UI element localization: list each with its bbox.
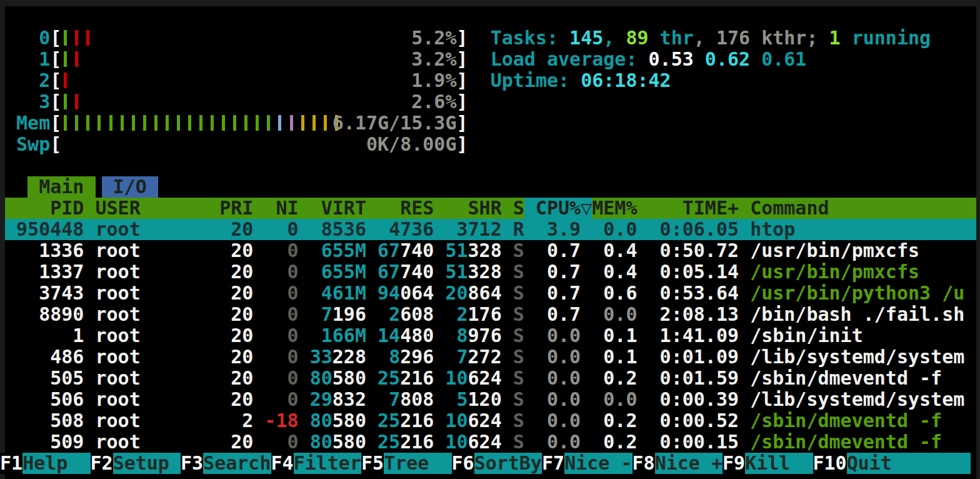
process-row[interactable]: 486 root 20 0 33228 8296 7272 S 0.0 0.1 … [5, 346, 976, 368]
process-row[interactable]: 8890 root 20 0 7196 2608 2176 S 0.7 0.0 … [5, 304, 976, 325]
process-row[interactable]: 508 root 2 -18 80580 25216 10624 S 0.0 0… [5, 410, 976, 431]
cell-time: 0:01.59 [649, 368, 739, 389]
gap [739, 283, 750, 304]
process-row[interactable]: 3743 root 20 0 461M 94064 20864 S 0.7 0.… [5, 283, 976, 304]
cell-shr-digits: 328 [468, 240, 502, 261]
cell-cpu-percent: 0.0 [536, 346, 581, 368]
mem-meter-tick-green [98, 115, 101, 131]
fkey-f3-search[interactable]: F3Search [181, 453, 271, 474]
column-header-res[interactable]: RES [378, 198, 434, 219]
cell-pid: 486 [5, 346, 84, 368]
fkey-f9-kill[interactable]: F9Kill [722, 453, 813, 474]
gap [524, 431, 536, 453]
gap [638, 410, 649, 431]
cell-virt-digits: 7 [321, 304, 332, 325]
cell-res-digits: 25 [378, 431, 400, 453]
fkey-f8-nice[interactable]: F8Nice + [632, 453, 723, 474]
gap [366, 346, 378, 368]
cell-state: S [513, 325, 524, 346]
fkey-action-label: Nice - [564, 453, 632, 474]
cell-command: /usr/bin/pmxcfs [750, 240, 919, 261]
column-header-pri[interactable]: PRI [219, 198, 253, 219]
cell-mem-percent: 0.0 [592, 304, 637, 325]
process-row[interactable]: 1336 root 20 0 655M 67740 51328 S 0.7 0.… [5, 240, 976, 261]
fkey-f10-quit[interactable]: F10Quit [813, 453, 971, 474]
fkey-f1-help[interactable]: F1Help [0, 453, 91, 474]
gap [581, 325, 592, 346]
cpu2-meter-row: 2[1.9%]Uptime: 06:18:42 [5, 70, 976, 91]
fkey-action-label: Filter [294, 453, 361, 474]
cell-command: /bin/bash ./fail.sh [750, 304, 964, 325]
cell-virt: 655M [310, 240, 366, 261]
uptime: Uptime: 06:18:42 [491, 70, 671, 91]
cpu0-meter-value: 5.2% [411, 28, 456, 49]
cell-ni: 0 [264, 368, 298, 389]
column-header-s[interactable]: S [513, 198, 524, 219]
cell-res-digits: 608 [400, 304, 434, 325]
cell-pid: 3743 [5, 283, 84, 304]
gap [299, 431, 310, 453]
gap [638, 431, 649, 453]
gap [84, 240, 95, 261]
process-row[interactable]: 505 root 20 0 80580 25216 10624 S 0.0 0.… [5, 368, 976, 389]
gap [434, 368, 445, 389]
gap [502, 431, 513, 453]
column-header-user[interactable]: USER [96, 198, 209, 219]
cpu2-meter-label: 2 [5, 70, 50, 91]
column-header-pid[interactable]: PID [5, 198, 84, 219]
gap [208, 410, 219, 431]
gap [208, 240, 219, 261]
fkey-f7-nice[interactable]: F7Nice - [542, 453, 632, 474]
cpu2-meter-value: 1.9% [411, 70, 456, 91]
gap [84, 219, 95, 240]
gap [502, 389, 513, 410]
gap [434, 240, 445, 261]
gap [739, 368, 750, 389]
process-row[interactable]: 1 root 20 0 166M 14480 8976 S 0.0 0.1 1:… [5, 325, 976, 346]
cell-state: S [513, 304, 524, 325]
gap [208, 389, 219, 410]
cell-shr-digits: 10 [445, 431, 468, 453]
gap [524, 346, 536, 368]
column-header-virt[interactable]: VIRT [310, 198, 366, 219]
column-header-command[interactable]: Command [750, 198, 829, 219]
mem-meter-tick-yellow [324, 115, 327, 131]
cell-pri: 20 [219, 240, 253, 261]
gap [502, 261, 513, 283]
process-row[interactable]: 950448 root 20 0 8536 4736 3712 R 3.9 0.… [5, 219, 976, 240]
cell-res-digits: 480 [400, 325, 434, 346]
column-header-mem[interactable]: MEM% [592, 198, 637, 219]
column-header-ni[interactable]: NI [264, 198, 298, 219]
process-row[interactable]: 509 root 20 0 80580 25216 10624 S 0.0 0.… [5, 431, 976, 453]
cell-mem-percent: 0.1 [592, 325, 637, 346]
cell-pri: 20 [219, 325, 253, 346]
fkey-action-label: SortBy [474, 453, 542, 474]
column-header-cpu-sorted[interactable]: CPU%▽ [524, 198, 592, 219]
column-header-shr[interactable]: SHR [445, 198, 501, 219]
gap [434, 431, 445, 453]
fkey-action-label: Setup [113, 453, 181, 474]
tab-main[interactable]: Main [28, 176, 95, 198]
fkey-f2-setup[interactable]: F2Setup [91, 453, 181, 474]
cpu1-meter-tick-red [75, 51, 78, 67]
gap [208, 219, 219, 240]
fkey-f4-filter[interactable]: F4Filter [271, 453, 362, 474]
cell-virt-digits: 8 [321, 219, 332, 240]
process-row[interactable]: 506 root 20 0 29832 7808 5120 S 0.0 0.0 … [5, 389, 976, 410]
cell-state: S [513, 389, 524, 410]
fkey-f6-sortby[interactable]: F6SortBy [452, 453, 542, 474]
cell-state: S [513, 283, 524, 304]
cpu0-meter-tick-red [86, 30, 89, 46]
fkey-key-label: F7 [542, 453, 564, 474]
cell-shr-digits: 51 [445, 261, 468, 283]
gap [84, 368, 95, 389]
tab-io[interactable]: I/O [102, 176, 158, 198]
process-row[interactable]: 1337 root 20 0 655M 67740 51328 S 0.7 0.… [5, 261, 976, 283]
cell-shr: 2176 [445, 304, 501, 325]
load-average: Load average: 0.53 0.62 0.61 [491, 49, 807, 70]
fkey-f5-tree[interactable]: F5Tree [361, 453, 452, 474]
cpu1-meter-row: 1[3.2%]Load average: 0.53 0.62 0.61 [5, 49, 976, 70]
cell-shr-digits: 712 [468, 219, 502, 240]
mem-meter-tick-green [256, 115, 259, 131]
column-header-time[interactable]: TIME+ [649, 198, 739, 219]
